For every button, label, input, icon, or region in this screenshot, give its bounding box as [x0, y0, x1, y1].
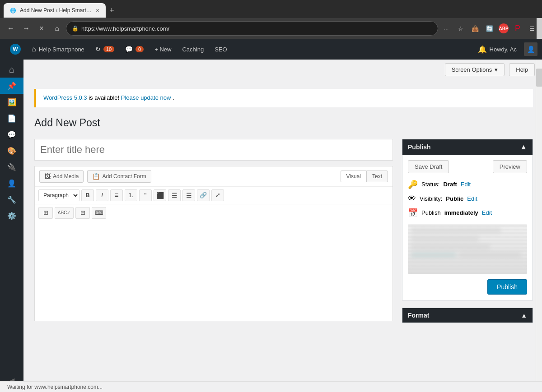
home-btn[interactable]: ⌂ — [51, 22, 63, 35]
forward-btn[interactable]: → — [20, 22, 33, 35]
wp-admin-bar: W ⌂ Help Smartphone ↻ 10 💬 0 + New Cachi… — [0, 39, 542, 60]
sidebar-item-posts[interactable]: 📌 — [0, 78, 23, 94]
publish-btn-label: Publish — [497, 283, 518, 291]
scrollbar-handle[interactable] — [537, 18, 542, 39]
table2-btn[interactable]: ⊟ — [75, 207, 90, 219]
menu-icon[interactable]: ☰ — [527, 23, 537, 34]
wp-layout: ⌂ 📌 🖼️ 📄 💬 🎨 🔌 👤 🔧 ⚙️ ◀ Screen Options ▾… — [0, 60, 542, 392]
sync-icon[interactable]: 🔄 — [484, 23, 495, 34]
align-left-btn[interactable]: ⬛ — [154, 189, 166, 201]
blockquote-btn[interactable]: " — [139, 189, 152, 201]
back-btn[interactable]: ← — [5, 22, 17, 35]
wp-logo: W — [10, 44, 21, 55]
format-select[interactable]: Paragraph — [38, 189, 79, 201]
align-center-btn[interactable]: ☰ — [168, 189, 181, 201]
post-title-input[interactable] — [34, 139, 393, 161]
screen-options-arrow: ▾ — [495, 66, 498, 73]
howdy-item[interactable]: 🔔 Howdy, Ac — [472, 39, 522, 60]
caching-item[interactable]: Caching — [177, 39, 209, 60]
publish-collapse-btn[interactable]: ▲ — [520, 143, 527, 151]
unordered-list-btn[interactable]: ≡ — [110, 189, 123, 201]
screen-options-btn[interactable]: Screen Options ▾ — [445, 63, 505, 76]
visibility-edit-link[interactable]: Edit — [467, 195, 477, 202]
add-contact-form-btn[interactable]: 📋 Add Contact Form — [87, 170, 151, 183]
menu-btn[interactable]: ··· — [441, 23, 452, 34]
editor-main: 🖼 Add Media 📋 Add Contact Form Visual — [34, 139, 393, 323]
editor-content[interactable] — [35, 221, 392, 321]
publish-time-value: immediately — [444, 209, 478, 216]
visibility-label: Visibility: — [420, 195, 442, 202]
save-draft-label: Save Draft — [415, 163, 442, 170]
active-tab[interactable]: 🌐 Add New Post ‹ Help Smartpho... × — [4, 3, 106, 18]
link-btn[interactable]: 🔗 — [197, 189, 210, 201]
visual-tab[interactable]: Visual — [341, 171, 366, 182]
sidebar-item-media[interactable]: 🖼️ — [0, 94, 23, 110]
table-btn[interactable]: ⊞ — [38, 207, 53, 219]
new-item[interactable]: + New — [149, 39, 177, 60]
visibility-item: 👁 Visibility: Public Edit — [408, 194, 527, 203]
seo-item[interactable]: SEO — [209, 39, 232, 60]
fullscreen-btn[interactable]: ⤢ — [211, 189, 224, 201]
align-right-btn[interactable]: ☰ — [182, 189, 195, 201]
save-draft-btn[interactable]: Save Draft — [408, 160, 449, 173]
spellcheck-btn[interactable]: ABC✓ — [55, 207, 74, 219]
reload-btn[interactable]: × — [35, 22, 48, 35]
notice-text: is available! — [89, 94, 121, 101]
browser-icon-group: ··· ☆ 👜 🔄 ABP P ☰ — [441, 23, 537, 34]
publish-time-edit-link[interactable]: Edit — [482, 209, 492, 216]
ordered-list-btn[interactable]: 1. — [125, 189, 137, 201]
sidebar-item-plugins[interactable]: 🔌 — [0, 159, 23, 175]
add-media-btn[interactable]: 🖼 Add Media — [39, 170, 84, 183]
sidebar-item-users[interactable]: 👤 — [0, 175, 23, 191]
publish-btn-row: Publish — [408, 279, 527, 295]
format-collapse-btn[interactable]: ▲ — [521, 312, 527, 319]
tab-close-btn[interactable]: × — [96, 7, 99, 14]
sidebar-item-tools[interactable]: 🔧 — [0, 191, 23, 208]
site-name-item[interactable]: ⌂ Help Smartphone — [26, 39, 90, 60]
preview-btn[interactable]: Preview — [493, 160, 527, 173]
home-icon: ⌂ — [32, 45, 36, 53]
status-item: 🔑 Status: Draft Edit — [408, 180, 527, 189]
pocket-icon[interactable]: 👜 — [470, 23, 481, 34]
browser-tabs: 🌐 Add New Post ‹ Help Smartpho... × + — [0, 0, 542, 18]
browser-toolbar: ← → × ⌂ 🔒 https://www.helpsmartphone.com… — [0, 18, 542, 39]
new-label: + New — [154, 46, 171, 53]
updates-icon: ↻ — [95, 46, 101, 53]
keyboard-btn[interactable]: ⌨ — [92, 207, 106, 219]
main-scrollbar[interactable] — [536, 60, 542, 392]
comments-count: 0 — [136, 46, 144, 52]
scrollbar-thumb[interactable] — [536, 69, 542, 87]
publish-time-label: Publish — [421, 209, 441, 216]
pinterest-icon[interactable]: P — [512, 23, 523, 34]
editor-toolbar-top: 🖼 Add Media 📋 Add Contact Form Visual — [35, 166, 392, 187]
italic-btn[interactable]: I — [96, 189, 108, 201]
bookmark-btn[interactable]: ☆ — [455, 23, 466, 34]
updates-item[interactable]: ↻ 10 — [90, 39, 120, 60]
text-tab[interactable]: Text — [366, 171, 388, 182]
add-media-icon: 🖼 — [44, 173, 51, 180]
sidebar-item-settings[interactable]: ⚙️ — [0, 208, 23, 224]
screen-options-label: Screen Options — [452, 66, 492, 73]
address-bar[interactable]: 🔒 https://www.helpsmartphone.com/ — [66, 21, 438, 36]
help-btn[interactable]: Help — [509, 63, 535, 76]
sidebar-item-appearance[interactable]: 🎨 — [0, 143, 23, 159]
browser-chrome: 🌐 Add New Post ‹ Help Smartpho... × + ← … — [0, 0, 542, 39]
sidebar-item-dashboard[interactable]: ⌂ — [0, 61, 23, 78]
editor-wrapper: 🖼 Add Media 📋 Add Contact Form Visual — [34, 166, 393, 321]
status-edit-link[interactable]: Edit — [461, 181, 471, 188]
wp-version-link[interactable]: WordPress 5.0.3 — [43, 94, 87, 101]
site-name: Help Smartphone — [39, 46, 84, 53]
comments-item[interactable]: 💬 0 — [120, 39, 149, 60]
bold-btn[interactable]: B — [81, 189, 94, 201]
sidebar-item-comments[interactable]: 💬 — [0, 126, 23, 143]
adblock-btn[interactable]: ABP — [499, 23, 509, 33]
wp-logo-item[interactable]: W — [5, 39, 26, 60]
new-tab-btn[interactable]: + — [109, 6, 114, 15]
publish-time-item: 📅 Publish immediately Edit — [408, 208, 527, 218]
update-now-link[interactable]: Please update now — [121, 94, 171, 101]
user-avatar-icon: 👤 — [527, 46, 535, 53]
status-value: Draft — [443, 181, 457, 188]
publish-meta: 🔑 Status: Draft Edit 👁 Visibility: Publi… — [408, 180, 527, 218]
publish-btn[interactable]: Publish — [487, 279, 527, 295]
sidebar-item-pages[interactable]: 📄 — [0, 110, 23, 126]
